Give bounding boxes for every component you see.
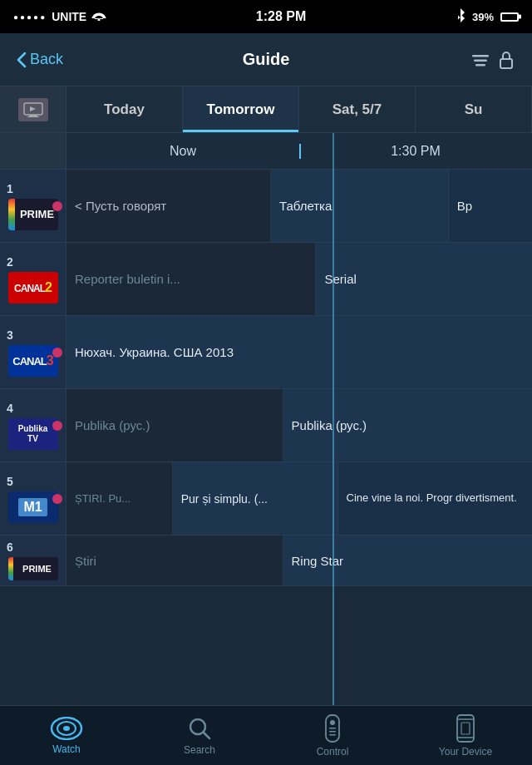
svg-rect-5 [29, 115, 37, 116]
channel-fav-3 [52, 348, 62, 358]
nav-right [432, 48, 515, 72]
program-item[interactable]: Нюхач. Украина. США 2013 [66, 316, 532, 388]
channel-row-2: 2 CANAL2 Reporter buletin i... Serial [0, 243, 532, 316]
channel-programs-5: ȘTIRI. Pu... Pur și simplu. (... Cine vi… [66, 462, 532, 535]
program-item[interactable]: Publika (рус.) [283, 389, 532, 461]
channel-info-3: 3 CANAL3 [0, 316, 66, 388]
bluetooth-icon [456, 8, 466, 26]
channel-info-1: 1 PRIME [0, 170, 66, 242]
channel-programs-2: Reporter buletin i... Serial [66, 243, 532, 315]
tab-su[interactable]: Su [416, 86, 532, 132]
channel-logo-4: PublikaTV [8, 418, 58, 450]
battery-percent: 39% [472, 11, 494, 23]
channel-fav-5 [52, 494, 62, 504]
status-right: 39% [456, 8, 519, 26]
channel-icon [18, 98, 48, 121]
tab-tomorrow[interactable]: Tomorrow [183, 86, 299, 132]
tab-today[interactable]: Today [66, 86, 183, 132]
svg-point-10 [63, 726, 70, 731]
channel-programs-3: Нюхач. Украина. США 2013 [66, 316, 532, 388]
channel-programs-1: < Пусть говорят Таблетка Вр [66, 170, 532, 242]
tab-icon-cell [0, 86, 66, 132]
device-icon [455, 714, 476, 743]
program-item[interactable]: < Пусть говорят [66, 170, 271, 242]
svg-rect-16 [329, 731, 336, 733]
time-next: 1:30 PM [299, 144, 532, 159]
svg-line-12 [204, 733, 209, 738]
channel-info-5: 5 M1 [0, 462, 66, 535]
time-now: Now [66, 144, 299, 159]
back-button[interactable]: Back [17, 51, 100, 68]
channel-logo-1: PRIME [8, 199, 58, 230]
channel-logo-3: CANAL3 [8, 345, 58, 377]
time-indicator [299, 144, 301, 159]
svg-rect-6 [27, 116, 39, 117]
channel-logo-6: PRIME [8, 557, 58, 580]
channel-number-1: 1 [3, 182, 13, 195]
channel-logo-2: CANAL2 [8, 272, 58, 304]
channel-programs-4: Publika (рус.) Publika (рус.) [66, 389, 532, 461]
program-item[interactable]: Таблетка [271, 170, 449, 242]
program-item[interactable]: Pur și simplu. (... [173, 462, 338, 535]
channel-info-4: 4 PublikaTV [0, 389, 66, 461]
channel-logo-5: M1 [8, 491, 58, 523]
channel-col-header [0, 133, 66, 169]
bottom-tab-watch[interactable]: Watch [0, 717, 133, 755]
nav-bar: Back Guide [0, 33, 532, 86]
filter-lock-icon[interactable] [469, 48, 515, 72]
svg-marker-7 [30, 106, 36, 111]
bottom-tab-search[interactable]: Search [133, 716, 266, 756]
status-left: ●●●●● UNITE [13, 10, 106, 23]
bottom-bar: Watch Search Control Your Device [0, 705, 532, 765]
svg-rect-15 [329, 728, 336, 729]
channel-row-3: 3 CANAL3 Нюхач. Украина. США 2013 [0, 316, 532, 389]
control-label: Control [317, 746, 349, 758]
channel-number-2: 2 [3, 255, 13, 269]
svg-rect-17 [329, 734, 336, 736]
svg-rect-0 [472, 55, 489, 57]
channel-row-6: 6 PRIME Știri Ring Star [0, 536, 532, 586]
channel-fav-1 [52, 201, 62, 211]
program-item[interactable]: Reporter buletin i... [66, 243, 316, 315]
program-item[interactable]: Știri [66, 536, 283, 585]
channel-number-6: 6 [3, 540, 13, 554]
program-item[interactable]: Вр [449, 170, 532, 242]
watch-icon [50, 717, 83, 740]
channel-fav-4 [52, 421, 62, 431]
carrier-name: UNITE [52, 10, 86, 23]
channel-info-6: 6 PRIME [0, 536, 66, 585]
svg-rect-2 [475, 64, 485, 67]
lines-icon [469, 48, 492, 72]
svg-rect-21 [461, 723, 470, 734]
battery-icon [500, 12, 519, 22]
search-label: Search [184, 744, 215, 756]
tab-sat[interactable]: Sat, 5/7 [299, 86, 416, 132]
page-title: Guide [100, 50, 432, 69]
program-item[interactable]: Serial [316, 243, 532, 315]
channel-row-1: 1 PRIME < Пусть говорят Таблетка Вр [0, 170, 532, 243]
lock-icon [497, 48, 515, 72]
program-item[interactable]: Publika (рус.) [66, 389, 283, 461]
wifi-icon [91, 10, 106, 23]
guide-wrapper: Now 1:30 PM 1 PRIME < Пусть говорят [0, 133, 532, 705]
program-item[interactable]: Ring Star [283, 536, 532, 585]
channel-programs-6: Știri Ring Star [66, 536, 532, 585]
bottom-tab-control[interactable]: Control [266, 714, 399, 758]
channel-number-5: 5 [3, 475, 13, 488]
program-item[interactable]: Cine vine la noi. Progr divertisment. [338, 462, 532, 535]
bottom-tab-device[interactable]: Your Device [399, 714, 532, 758]
channel-row-5: 5 M1 ȘTIRI. Pu... Pur și simplu. (... Ci… [0, 462, 532, 536]
time-slots: Now 1:30 PM [66, 144, 532, 159]
channel-number-4: 4 [3, 402, 13, 415]
svg-rect-3 [500, 59, 512, 68]
svg-rect-1 [474, 59, 487, 62]
status-bar: ●●●●● UNITE 1:28 PM 39% [0, 0, 532, 33]
status-time: 1:28 PM [256, 9, 306, 24]
watch-label: Watch [52, 743, 81, 755]
svg-point-14 [330, 720, 335, 725]
channel-number-3: 3 [3, 328, 13, 342]
time-header: Now 1:30 PM [0, 133, 532, 170]
signal-dots: ●●●●● [13, 12, 47, 22]
guide-content: 1 PRIME < Пусть говорят Таблетка Вр [0, 170, 532, 705]
program-item[interactable]: ȘTIRI. Pu... [66, 462, 173, 535]
